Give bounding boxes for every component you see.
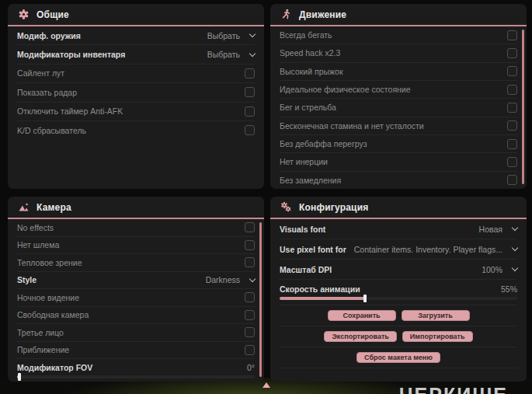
- config-buttons-row-3: Сброс макета меню: [280, 347, 517, 368]
- panel-movement-header[interactable]: Движение: [270, 4, 527, 26]
- chevron-down-icon: [512, 225, 518, 231]
- row-night-vision[interactable]: Ночное видение: [17, 289, 255, 307]
- checkbox-third-person[interactable]: [245, 327, 255, 337]
- row-no-effects[interactable]: No effects: [17, 219, 255, 237]
- row-show-radar[interactable]: Показать радар: [17, 83, 255, 102]
- load-button[interactable]: Загрузить: [402, 310, 470, 321]
- fov-slider-thumb[interactable]: [18, 373, 21, 381]
- checkbox-show-radar[interactable]: [245, 87, 255, 97]
- setting-label: Бег и стрельба: [280, 103, 336, 112]
- camera-scrollbar[interactable]: [259, 222, 262, 377]
- dpi-scale-dropdown[interactable]: 100%: [482, 265, 517, 274]
- chevron-down-icon: [249, 31, 256, 37]
- row-no-overload-debuff[interactable]: Без дебаффа перегруз: [280, 135, 517, 153]
- dropdown-value: Выбрать: [207, 50, 240, 59]
- setting-label: Speed hack x2.3: [280, 48, 340, 58]
- setting-label: Идеальное физическое состояние: [280, 85, 411, 94]
- weapon-mod-dropdown[interactable]: Выбрать: [207, 31, 255, 40]
- config-buttons-row-1: Сохранить Загрузить: [280, 305, 517, 326]
- panel-config-title: Конфигурация: [299, 202, 368, 213]
- save-button[interactable]: Сохранить: [328, 310, 396, 321]
- double-gear-icon: [280, 201, 292, 213]
- visuals-font-dropdown[interactable]: Новая: [479, 225, 517, 234]
- row-perfect-condition[interactable]: Идеальное физическое состояние: [280, 81, 517, 99]
- checkbox-anti-afk[interactable]: [245, 106, 255, 117]
- panel-camera-title: Камера: [37, 202, 71, 213]
- checkbox-night-vision[interactable]: [245, 292, 255, 302]
- flower-gear-icon: [18, 9, 30, 20]
- movement-scrollbar[interactable]: [522, 30, 524, 184]
- panel-config-header[interactable]: Конфигурация: [270, 197, 527, 219]
- pixel-font-dropdown[interactable]: Container items. Inventory. Player flags…: [354, 245, 517, 254]
- panel-movement-title: Движение: [299, 9, 346, 20]
- checkbox-speed-hack[interactable]: [507, 48, 517, 58]
- row-no-helmet[interactable]: Нет шлема: [17, 237, 255, 255]
- setting-label: Модиф. оружия: [17, 31, 81, 40]
- panel-general: Общие Модиф. оружия Выбрать Модификаторы…: [8, 4, 264, 189]
- animation-speed-thumb[interactable]: [363, 295, 367, 302]
- row-dpi-scale: Масштаб DPI 100%: [280, 260, 517, 280]
- row-no-inertia[interactable]: Нет инерции: [280, 153, 517, 171]
- setting-label: Всегда бегать: [280, 30, 332, 40]
- animation-speed-slider[interactable]: [280, 297, 517, 300]
- panel-config: Конфигурация Visuals font Новая Use pixe…: [270, 197, 527, 382]
- setting-label: Свободная камера: [17, 310, 89, 319]
- panel-camera: Камера No effects Нет шлема Тепловое зре…: [8, 197, 264, 382]
- setting-label: Приближение: [17, 345, 69, 354]
- chevron-down-icon: [512, 265, 518, 271]
- setting-label: Тепловое зрение: [17, 258, 82, 267]
- checkbox-perfect-condition[interactable]: [507, 85, 517, 95]
- row-high-jump[interactable]: Высокий прыжок: [280, 63, 517, 81]
- row-pixel-font: Use pixel font for Container items. Inve…: [280, 239, 517, 260]
- row-thermal-vision[interactable]: Тепловое зрение: [17, 254, 255, 272]
- row-kd-reset[interactable]: K/D сбрасыватель: [17, 121, 255, 139]
- style-dropdown[interactable]: Darkness: [206, 275, 255, 284]
- cursor-pointer: [263, 382, 270, 388]
- dropdown-value: Darkness: [206, 275, 240, 284]
- row-run-and-shoot[interactable]: Бег и стрельба: [280, 99, 517, 117]
- row-anti-afk[interactable]: Отключить таймер Anti-AFK: [17, 103, 255, 121]
- setting-label: Высокий прыжок: [280, 67, 343, 76]
- checkbox-zoom[interactable]: [245, 345, 255, 355]
- row-no-slowdown[interactable]: Без замедления: [280, 172, 517, 189]
- setting-label: No effects: [17, 223, 54, 232]
- row-zoom[interactable]: Приближение: [17, 342, 255, 360]
- checkbox-no-helmet[interactable]: [245, 240, 255, 250]
- panel-camera-header[interactable]: Камера: [8, 197, 264, 219]
- checkbox-no-slowdown[interactable]: [507, 175, 517, 185]
- checkbox-thermal-vision[interactable]: [245, 257, 255, 267]
- checkbox-free-camera[interactable]: [245, 310, 255, 320]
- inventory-mods-dropdown[interactable]: Выбрать: [207, 50, 255, 59]
- import-button[interactable]: Импортировать: [402, 331, 473, 342]
- row-free-camera[interactable]: Свободная камера: [17, 307, 255, 325]
- checkbox-no-inertia[interactable]: [507, 157, 517, 167]
- dropdown-value: 100%: [482, 265, 502, 274]
- checkbox-infinite-stamina[interactable]: [507, 120, 517, 131]
- panel-camera-rows: No effects Нет шлема Тепловое зрение Sty…: [8, 219, 264, 382]
- export-button[interactable]: Экспортировать: [324, 331, 396, 342]
- setting-label: Модификатор FOV: [17, 363, 92, 372]
- checkbox-high-jump[interactable]: [507, 66, 517, 76]
- row-infinite-stamina[interactable]: Бесконечная стамина и нет усталости: [280, 117, 517, 135]
- checkbox-kd-reset[interactable]: [245, 125, 255, 135]
- checkbox-no-overload-debuff[interactable]: [507, 139, 517, 149]
- checkbox-run-and-shoot[interactable]: [507, 103, 517, 113]
- row-speed-hack[interactable]: Speed hack x2.3: [280, 44, 517, 62]
- fov-slider[interactable]: [17, 375, 255, 378]
- panel-general-header[interactable]: Общие: [8, 4, 264, 26]
- panel-general-title: Общие: [37, 9, 69, 20]
- row-silent-loot[interactable]: Сайлент лут: [17, 65, 255, 83]
- setting-label: Масштаб DPI: [280, 265, 332, 274]
- dropdown-value: Выбрать: [207, 31, 240, 40]
- checkbox-silent-loot[interactable]: [245, 68, 255, 78]
- row-always-run[interactable]: Всегда бегать: [280, 26, 517, 44]
- setting-label: Отключить таймер Anti-AFK: [17, 106, 123, 116]
- row-weapon-mod: Модиф. оружия Выбрать: [17, 26, 255, 45]
- setting-label: Бесконечная стамина и нет усталости: [280, 121, 424, 131]
- checkbox-no-effects[interactable]: [245, 222, 255, 232]
- chevron-down-icon: [512, 245, 518, 251]
- setting-label: Ночное видение: [17, 293, 79, 302]
- checkbox-always-run[interactable]: [507, 30, 517, 40]
- row-third-person[interactable]: Третье лицо: [17, 324, 255, 342]
- reset-menu-layout-button[interactable]: Сброс макета меню: [356, 352, 440, 363]
